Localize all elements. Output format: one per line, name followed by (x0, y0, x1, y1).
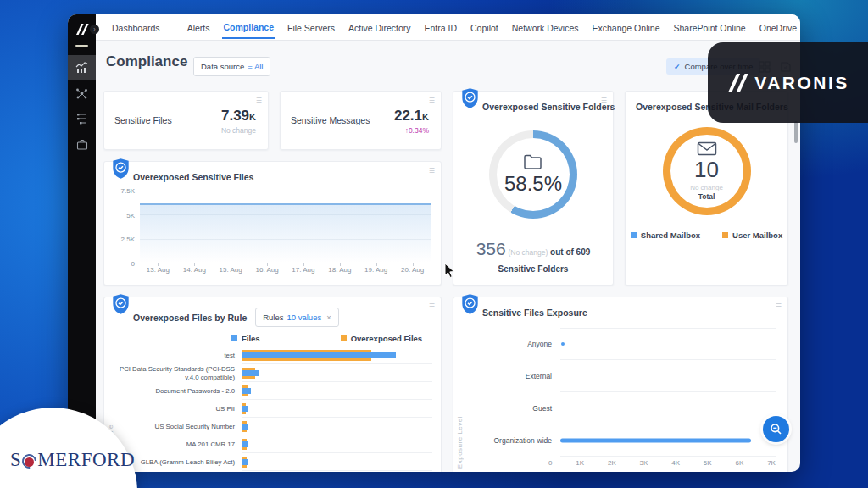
x-tick-label: 17. Aug (286, 263, 322, 274)
x-tick-label: 16. Aug (249, 263, 286, 274)
envelope-icon (697, 141, 717, 156)
exposure-label: External (465, 372, 560, 380)
tab-exchange-online[interactable]: Exchange Online (592, 16, 661, 38)
exposure-row: Organization-wide (465, 424, 787, 457)
sidebar-collapse-button[interactable]: › (90, 25, 99, 34)
mail-legend: Shared MailboxUser Mailbox (626, 230, 787, 240)
donut-change: No change (690, 184, 723, 191)
exposure-bars[interactable] (560, 392, 776, 424)
rule-bars[interactable] (242, 382, 432, 400)
rule-label: Document Passwords - 2.0 (116, 387, 242, 396)
somerford-wordmark: S MERFORD (10, 449, 135, 471)
sidebar (68, 14, 96, 472)
kpi-value: 22.1K (394, 108, 429, 124)
legend-item-user-mailbox[interactable]: User Mailbox (722, 230, 782, 240)
sidebar-divider (75, 45, 88, 47)
rule-bars[interactable] (242, 400, 432, 418)
exposure-label: Organization-wide (465, 436, 560, 445)
x-tick-label: 6K (736, 459, 744, 467)
rules-filter-chip[interactable]: Rules 10 values × (255, 308, 339, 327)
tab-file-servers[interactable]: File Servers (287, 16, 336, 38)
tab-active-directory[interactable]: Active Directory (348, 16, 412, 38)
x-axis-labels: 13. Aug14. Aug15. Aug16. Aug17. Aug18. A… (140, 263, 431, 274)
rule-row: PCI Data Security Standards (PCI-DSS v.4… (116, 364, 441, 382)
exposure-bars[interactable] (560, 328, 776, 360)
tab-sharepoint-online[interactable]: SharePoint Online (672, 16, 746, 38)
overexposed-files-chart-card: ☰ Overexposed Sensitive Files 7.5K5K2.5K… (103, 161, 442, 286)
kpi-label: Sensitive Messages (291, 115, 370, 125)
data-source-filter-chip[interactable]: Data source = All (193, 57, 270, 76)
sidebar-item-dashboards[interactable] (68, 55, 96, 80)
x-tick-label: 1K (576, 459, 584, 467)
page-title: Compliance (106, 53, 187, 70)
shield-check-icon (112, 293, 130, 315)
rule-label: test (116, 352, 242, 360)
tab-network-devices[interactable]: Network Devices (511, 16, 580, 38)
exposure-bars[interactable] (560, 360, 776, 392)
tab-onedrive[interactable]: OneDrive (759, 16, 798, 38)
x-tick-label: 5K (704, 459, 712, 467)
sidebar-item-hierarchy[interactable] (68, 106, 96, 131)
rule-bars[interactable] (242, 347, 432, 364)
tab-entra-id[interactable]: Entra ID (424, 16, 459, 38)
x-tick-label: 15. Aug (213, 263, 249, 274)
rule-bars[interactable] (242, 435, 432, 453)
tab-copilot[interactable]: Copilot (470, 16, 499, 38)
rule-bars[interactable] (242, 453, 432, 471)
card-title: Sensitive Files Exposure (482, 308, 587, 318)
sidebar-item-network[interactable] (68, 80, 96, 106)
folders-donut-chart[interactable]: 58.5% (489, 130, 577, 219)
exposure-row: Anyone (465, 328, 787, 360)
zoom-search-button[interactable] (763, 416, 789, 442)
y-axis-labels: 7.5K5K2.5K0 (109, 191, 140, 263)
exposure-row: Guest (465, 392, 787, 424)
x-tick-label: 18. Aug (321, 263, 358, 274)
kpi-change: ↑0.34% (394, 126, 429, 135)
area-chart-plot[interactable] (140, 191, 431, 263)
varonis-wordmark: VARONIS (754, 73, 849, 93)
chip-close-icon[interactable]: × (326, 313, 331, 322)
rule-row: MA 201 CMR 17 (116, 435, 441, 453)
exposure-label: Guest (465, 404, 560, 413)
exposure-bar-chart[interactable]: AnyoneExternalGuestOrganization-wide (465, 328, 787, 457)
rule-row: US PII (116, 400, 441, 418)
tab-compliance[interactable]: Compliance (222, 15, 275, 39)
rule-label: MA 201 CMR 17 (116, 441, 242, 449)
rule-bars[interactable] (242, 364, 432, 382)
card-menu-icon[interactable]: ☰ (429, 97, 435, 104)
donut-percent: 58.5% (504, 172, 562, 196)
tab-dashboards[interactable]: Dashboards (111, 16, 161, 38)
app-window: › DashboardsAlertsComplianceFile Servers… (68, 14, 800, 472)
donut-total-label: Total (698, 192, 715, 201)
card-menu-icon[interactable]: ☰ (256, 97, 262, 104)
exposure-axis-label: Exposure Level (456, 416, 464, 469)
rule-bars[interactable] (242, 418, 432, 435)
somerford-o-mark (22, 454, 36, 469)
varonis-watermark: VARONIS (708, 42, 868, 123)
y-tick-label: 0 (131, 260, 135, 268)
filter-label: Data source (201, 62, 244, 71)
y-tick-label: 2.5K (121, 236, 135, 243)
exposure-label: Anyone (465, 340, 560, 348)
card-title: Overexposed Files by Rule (133, 313, 247, 323)
rules-bar-chart[interactable]: testPCI Data Security Standards (PCI-DSS… (116, 347, 441, 471)
mail-donut-chart[interactable]: 10 No change Total (663, 127, 751, 215)
files-by-rule-card: ☰ Overexposed Files by Rule Rules 10 val… (103, 297, 442, 472)
legend-item-overexposed-files[interactable]: Overexposed Files (341, 334, 422, 343)
scrollbar-thumb[interactable] (794, 121, 798, 143)
mouse-cursor (444, 263, 455, 279)
x-tick-label: 0 (548, 459, 552, 467)
exposure-bars[interactable] (560, 424, 776, 457)
sidebar-item-briefcase[interactable] (68, 131, 96, 157)
shield-check-icon (461, 87, 479, 109)
tab-alerts[interactable]: Alerts (186, 16, 211, 38)
x-tick-label: 3K (640, 459, 648, 467)
magnifier-icon (770, 423, 782, 435)
legend-item-files[interactable]: Files (231, 334, 260, 343)
folder-icon (523, 153, 543, 170)
x-tick-label: 4K (671, 459, 680, 467)
shield-check-icon (461, 293, 479, 315)
kpi-value: 7.39K (221, 108, 256, 124)
rule-label: PCI Data Security Standards (PCI-DSS v.4… (116, 365, 242, 381)
legend-item-shared-mailbox[interactable]: Shared Mailbox (631, 230, 700, 240)
